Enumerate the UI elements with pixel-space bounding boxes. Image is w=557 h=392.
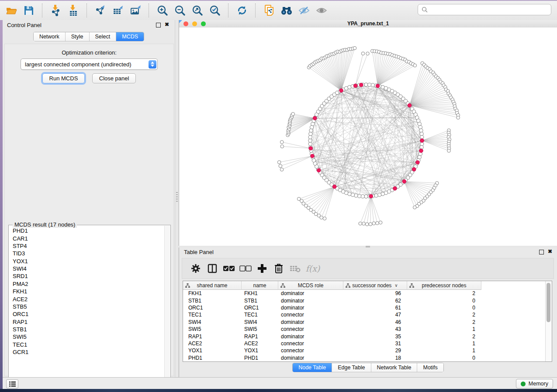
graph-node[interactable]	[309, 132, 312, 136]
table-cell[interactable]: 0	[407, 305, 481, 311]
table-cell[interactable]: 2	[407, 319, 481, 325]
graph-node-mcds[interactable]	[393, 186, 397, 190]
table-cell[interactable]: STB1	[183, 298, 242, 304]
tab-select[interactable]: Select	[89, 32, 116, 41]
show-column-panel-button[interactable]	[204, 261, 221, 276]
graph-node-mcds[interactable]	[419, 149, 423, 153]
table-row[interactable]: YOX1YOX1connector291	[183, 347, 546, 354]
network-graph-svg[interactable]	[179, 28, 557, 246]
table-cell[interactable]: connector	[278, 340, 343, 347]
table-cell[interactable]: TEC1	[242, 312, 278, 318]
table-cell[interactable]: SWI5	[183, 326, 242, 332]
table-cell[interactable]: 35	[343, 334, 407, 340]
table-cell[interactable]: dominator	[278, 355, 343, 361]
delete-column-button[interactable]	[270, 261, 287, 276]
column-header-MCDS-role[interactable]: MCDS role	[278, 281, 343, 290]
graph-node[interactable]	[351, 193, 354, 196]
search-input[interactable]	[430, 6, 547, 13]
graph-node-mcds[interactable]	[332, 185, 336, 189]
task-history-button[interactable]	[6, 379, 18, 389]
graph-node-satellite[interactable]	[365, 223, 369, 226]
tab-style[interactable]: Style	[65, 32, 89, 41]
table-cell[interactable]: 1	[407, 326, 481, 332]
graph-node-satellite[interactable]	[353, 46, 356, 50]
graph-node-mcds[interactable]	[353, 84, 357, 88]
column-settings-button[interactable]	[187, 261, 204, 276]
graph-node-satellite[interactable]	[379, 221, 382, 224]
column-header-predecessor-nodes[interactable]: predecessor nodes	[407, 281, 481, 290]
table-cell[interactable]: TEC1	[183, 312, 242, 318]
export-table-button[interactable]	[109, 3, 127, 18]
graph-node-mcds[interactable]	[311, 154, 315, 158]
close-panel-icon[interactable]: ✖	[548, 248, 552, 254]
graph-node[interactable]	[309, 129, 313, 132]
table-row[interactable]: SWI5SWI5connector431	[183, 326, 546, 333]
table-row[interactable]: ACE2ACE2connector311	[183, 340, 546, 347]
zoom-selected-button[interactable]	[206, 3, 224, 18]
network-window-titlebar[interactable]: YPA_prune.txt_1	[179, 20, 557, 28]
table-cell[interactable]: 61	[343, 305, 407, 311]
table-row[interactable]: FKH1FKH1dominator962	[183, 290, 546, 297]
create-column-button[interactable]	[254, 261, 270, 276]
column-header-name[interactable]: name	[242, 281, 278, 290]
graph-node-mcds[interactable]	[420, 139, 424, 143]
graph-node[interactable]	[308, 135, 312, 139]
mcds-result-item[interactable]: TID3	[9, 250, 163, 257]
table-cell[interactable]: RAP1	[242, 334, 278, 340]
table-cell[interactable]: 46	[343, 319, 407, 325]
graph-node-satellite[interactable]	[323, 217, 326, 220]
mcds-result-item[interactable]: RAP1	[9, 318, 163, 326]
graph-node[interactable]	[381, 192, 384, 196]
graph-node-mcds[interactable]	[317, 168, 321, 172]
graph-node[interactable]	[374, 194, 378, 197]
deselect-all-rows-button[interactable]	[237, 261, 254, 276]
close-panel-button[interactable]: Close panel	[92, 73, 136, 83]
graph-node-satellite[interactable]	[413, 64, 417, 67]
graph-node[interactable]	[419, 129, 423, 132]
mcds-result-list[interactable]: PHD1CAR1STP4TID3YOX1SWI4SRD1PMA2FKH1ACE2…	[9, 227, 163, 384]
graph-node-mcds[interactable]	[376, 84, 380, 88]
table-cell[interactable]: 47	[343, 312, 407, 318]
column-header-successor-nodes[interactable]: successor nodes∨	[343, 281, 407, 290]
graph-node-satellite[interactable]	[447, 149, 451, 153]
memory-button[interactable]: Memory	[516, 379, 553, 389]
graph-node[interactable]	[371, 83, 374, 87]
tab-motifs[interactable]: Motifs	[417, 363, 443, 372]
table-cell[interactable]: connector	[278, 312, 343, 318]
import-network-button[interactable]	[47, 3, 65, 18]
table-cell[interactable]: ACE2	[242, 340, 278, 347]
zoom-in-button[interactable]	[154, 3, 171, 18]
graph-node-satellite[interactable]	[362, 222, 366, 226]
graph-node[interactable]	[368, 83, 371, 86]
table-cell[interactable]: 0	[407, 298, 481, 304]
graph-node-mcds[interactable]	[309, 147, 313, 151]
graph-node[interactable]	[310, 125, 314, 129]
table-cell[interactable]: ORC1	[242, 305, 278, 311]
graph-node[interactable]	[308, 142, 312, 146]
table-row[interactable]: RAP1RAP1dominator352	[183, 333, 546, 340]
table-cell[interactable]: SWI4	[183, 319, 242, 325]
table-cell[interactable]: connector	[278, 347, 343, 354]
graph-node-satellite[interactable]	[280, 168, 284, 172]
mcds-result-item[interactable]: PHD1	[9, 227, 163, 234]
table-cell[interactable]: STB1	[242, 298, 278, 304]
refresh-view-button[interactable]	[233, 3, 251, 18]
table-row[interactable]: STB1STB1dominator620	[183, 297, 546, 304]
table-cell[interactable]: dominator	[278, 305, 343, 311]
tab-edge-table[interactable]: Edge Table	[332, 363, 370, 372]
table-cell[interactable]: PHD1	[242, 355, 278, 361]
graph-node[interactable]	[418, 122, 421, 126]
table-cell[interactable]: dominator	[278, 334, 343, 340]
table-cell[interactable]: 96	[343, 290, 407, 296]
save-session-button[interactable]	[20, 3, 38, 18]
import-table-button[interactable]	[65, 3, 82, 18]
graph-node-mcds[interactable]	[360, 83, 363, 87]
graph-node-mcds[interactable]	[408, 103, 412, 107]
run-mcds-button[interactable]: Run MCDS	[42, 73, 85, 83]
table-cell[interactable]: 31	[343, 340, 407, 347]
mcds-result-item[interactable]: ACE2	[9, 295, 163, 303]
table-cell[interactable]: 1	[407, 347, 481, 354]
zoom-out-button[interactable]	[171, 3, 189, 18]
graph-node[interactable]	[354, 194, 358, 197]
zoom-fit-button[interactable]	[189, 3, 206, 18]
